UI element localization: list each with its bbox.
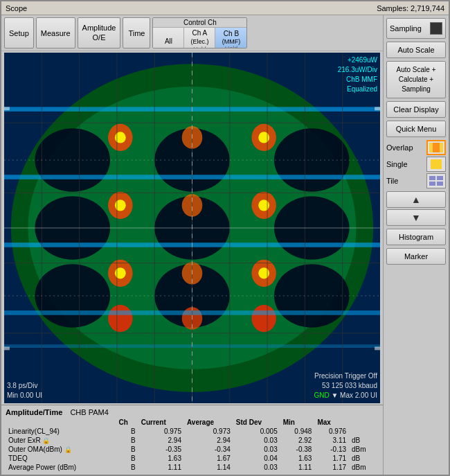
scope-window: Scope Samples: 2,719,744 Setup Measure A…: [0, 0, 450, 476]
scope-area: +2469uW 216.3uW/Div ChB MMF Equalized 3.…: [4, 53, 380, 403]
svg-rect-54: [375, 107, 380, 110]
svg-rect-62: [437, 176, 443, 180]
svg-point-16: [108, 305, 133, 332]
tile-row: Tile: [386, 173, 446, 188]
title-bar: Scope Samples: 2,719,744: [1, 1, 449, 15]
svg-point-20: [251, 305, 276, 332]
quick-menu-button[interactable]: Quick Menu: [386, 121, 446, 137]
eye-diagram-svg: [4, 53, 380, 403]
table-row: Outer OMA(dBm) 🔒 B -0.35 -0.34 0.03 -0.3…: [6, 445, 379, 454]
toolbar: Setup Measure Amplitude O/E Time Control…: [1, 15, 383, 51]
svg-point-27: [115, 267, 126, 279]
clear-display-button[interactable]: Clear Display: [386, 101, 446, 118]
window-title: Scope: [6, 4, 27, 12]
sampling-hold-button[interactable]: Sampling: [386, 18, 446, 39]
ch-b-button[interactable]: Ch B(MMF) Hold: [215, 28, 246, 49]
samples-display: Samples: 2,719,744: [377, 4, 444, 12]
left-panel: Setup Measure Amplitude O/E Time Control…: [1, 15, 383, 475]
hold-indicator: [430, 22, 442, 35]
scope-info-top-right: +2469uW 216.3uW/Div ChB MMF Equalized: [338, 55, 377, 94]
svg-rect-53: [4, 107, 10, 110]
auto-scale-plus-button[interactable]: Auto Scale + Calculate + Sampling: [386, 61, 446, 98]
svg-point-12: [274, 264, 350, 327]
auto-scale-button[interactable]: Auto Scale: [386, 42, 446, 58]
ch-a-button[interactable]: Ch A(Elec.) Hold: [184, 28, 215, 49]
table-row: Outer ExR 🔒 B 2.94 2.94 0.03 2.92 3.11 d…: [6, 436, 379, 445]
control-ch-group: Control Ch All Ch A(Elec.) Hold Ch B(MMF…: [152, 17, 247, 49]
tile-icon[interactable]: [426, 173, 446, 188]
svg-rect-64: [437, 182, 443, 186]
svg-point-6: [274, 128, 350, 191]
ch-all-button[interactable]: All: [153, 28, 184, 49]
histogram-button[interactable]: Histogram: [386, 229, 446, 245]
scope-info-bottom-left: 3.8 ps/Div Min 0.00 UI: [7, 381, 42, 400]
measurements-table: Ch Current Average Std Dev Min Max Linea…: [6, 418, 379, 472]
svg-rect-59: [433, 143, 440, 152]
time-button[interactable]: Time: [123, 17, 150, 49]
overlap-row: Overlap: [386, 140, 446, 155]
table-row: Linearity(CL_94) B 0.975 0.973 0.005 0.9…: [6, 427, 379, 436]
overlap-icon[interactable]: [426, 140, 446, 155]
setup-button[interactable]: Setup: [4, 17, 34, 49]
marker-button[interactable]: Marker: [386, 248, 446, 265]
scope-info-bottom-right: Precision Trigger Off 53 125 033 kbaud G…: [314, 371, 377, 400]
svg-point-29: [258, 200, 269, 211]
nav-arrows: ▲ ▼: [386, 191, 446, 226]
measurements-panel: Amplitude/Time CHB PAM4 Ch Current Avera…: [1, 405, 383, 475]
mode-buttons: Overlap Single: [386, 140, 446, 188]
svg-rect-55: [4, 346, 10, 350]
scroll-down-button[interactable]: ▼: [386, 209, 446, 226]
svg-point-26: [115, 200, 126, 211]
control-ch-buttons: All Ch A(Elec.) Hold Ch B(MMF) Hold: [153, 28, 246, 49]
right-panel: Sampling Auto Scale Auto Scale + Calcula…: [383, 15, 449, 475]
single-row: Single: [386, 157, 446, 172]
control-ch-header: Control Ch: [153, 18, 246, 28]
table-header-row: Ch Current Average Std Dev Min Max: [6, 418, 379, 427]
svg-point-28: [258, 132, 269, 143]
svg-rect-56: [375, 346, 380, 350]
amplitude-oe-button[interactable]: Amplitude O/E: [78, 17, 121, 49]
table-row: Average Power (dBm) B 1.11 1.14 0.03 1.1…: [6, 463, 379, 472]
svg-rect-63: [429, 182, 435, 186]
svg-rect-61: [429, 176, 435, 180]
single-icon[interactable]: [426, 157, 446, 172]
svg-point-30: [258, 267, 269, 279]
svg-rect-60: [431, 159, 442, 169]
scroll-up-button[interactable]: ▲: [386, 191, 446, 208]
svg-point-25: [115, 132, 126, 143]
table-row: TDEQ B 1.63 1.67 0.04 1.63 1.71 dB: [6, 454, 379, 463]
measure-button[interactable]: Measure: [36, 17, 75, 49]
